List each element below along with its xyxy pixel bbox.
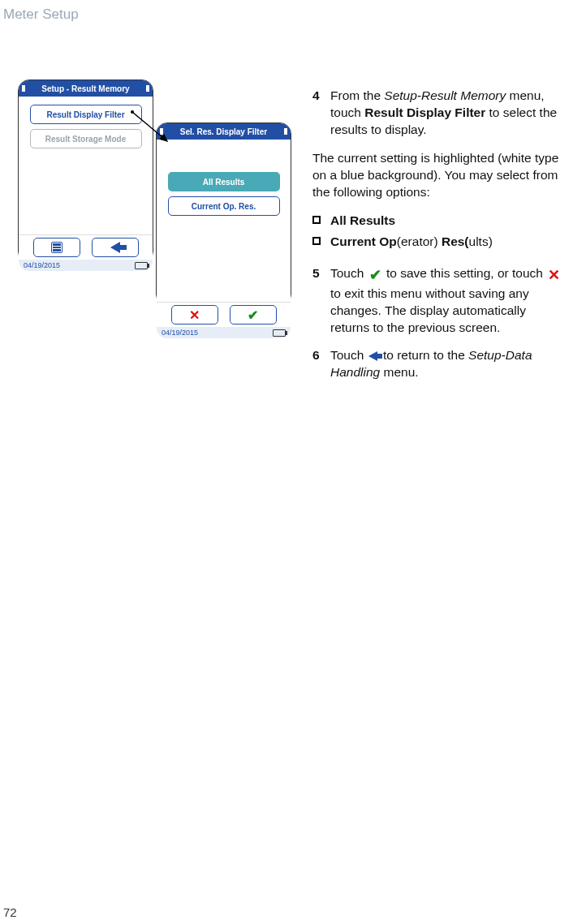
step-number: 5 [312, 265, 330, 336]
menu-item-result-display-filter[interactable]: Result Display Filter [30, 105, 142, 124]
options-list: All Results Current Op(erator) Res(ults) [312, 213, 564, 251]
device-title-bar: Sel. Res. Display Filter [157, 123, 291, 140]
arrow-left-icon [368, 351, 377, 361]
step-text: Touch ✔ to save this setting, or touch ✕… [330, 265, 564, 336]
list-icon [51, 242, 62, 253]
list-button[interactable] [33, 238, 80, 257]
check-icon: ✔ [248, 307, 258, 323]
action-row: ✕ ✔ [157, 302, 291, 327]
cancel-button[interactable]: ✕ [171, 305, 218, 324]
menu-item-label: Result Display Filter [46, 110, 124, 119]
action-row [19, 234, 153, 260]
instruction-column: 4 From the Setup-Result Memory menu, tou… [312, 88, 564, 393]
menu-item-label: Result Storage Mode [45, 135, 126, 144]
step-5: 5 Touch ✔ to save this setting, or touch… [312, 265, 564, 336]
option-label: All Results [203, 178, 245, 187]
page-header: Meter Setup [3, 6, 79, 23]
device-title: Sel. Res. Display Filter [180, 127, 267, 136]
step-text: Touch to return to the Setup-Data Handli… [330, 347, 564, 381]
options-intro: The current setting is highlighted (whit… [312, 150, 564, 201]
device-body: All Results Current Op. Res. [157, 140, 291, 302]
battery-icon [135, 262, 148, 269]
option-current-op-res-text: Current Op(erator) Res(ults) [312, 234, 564, 251]
step-text: From the Setup-Result Memory menu, touch… [330, 88, 564, 139]
option-current-op-res[interactable]: Current Op. Res. [168, 196, 280, 216]
confirm-button[interactable]: ✔ [230, 305, 277, 324]
menu-item-result-storage-mode[interactable]: Result Storage Mode [30, 129, 142, 148]
arrow-left-icon [110, 242, 120, 253]
status-bar: 04/19/2015 [157, 327, 291, 338]
device-screen-setup-result-memory: Setup - Result Memory Result Display Fil… [18, 80, 153, 263]
cross-icon: ✕ [548, 265, 560, 285]
step-number: 6 [312, 347, 330, 381]
battery-icon [273, 329, 286, 337]
device-title-bar: Setup - Result Memory [19, 80, 153, 97]
status-date: 04/19/2015 [162, 329, 198, 337]
device-screen-sel-res-display-filter: Sel. Res. Display Filter All Results Cur… [156, 122, 291, 306]
option-all-results[interactable]: All Results [168, 172, 280, 191]
cross-icon: ✕ [189, 307, 200, 323]
step-number: 4 [312, 88, 330, 139]
step-6: 6 Touch to return to the Setup-Data Hand… [312, 347, 564, 381]
back-button[interactable] [92, 238, 139, 257]
status-date: 04/19/2015 [24, 261, 60, 269]
status-bar: 04/19/2015 [19, 260, 153, 271]
check-icon: ✔ [369, 265, 381, 285]
option-all-results-text: All Results [312, 213, 564, 230]
step-4: 4 From the Setup-Result Memory menu, tou… [312, 88, 564, 139]
device-body: Result Display Filter Result Storage Mod… [19, 97, 153, 234]
device-title: Setup - Result Memory [41, 84, 129, 93]
option-label: Current Op. Res. [192, 202, 256, 211]
page-number: 72 [3, 905, 17, 919]
